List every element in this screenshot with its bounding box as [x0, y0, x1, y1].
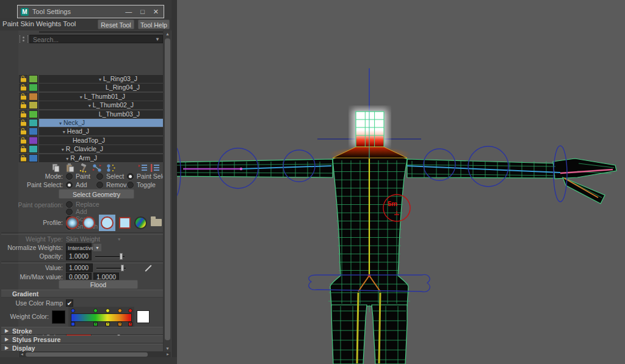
- ramp-stop[interactable]: [106, 309, 110, 313]
- lock-icon[interactable]: [19, 137, 27, 145]
- ramp-stop[interactable]: [93, 309, 98, 313]
- influence-name[interactable]: ▾R_Arm_J: [39, 154, 163, 162]
- brush-medium-icon[interactable]: [82, 216, 95, 229]
- vertical-scrollbar[interactable]: ▲ ▼: [163, 30, 171, 352]
- influence-row-L_Thumb03_J[interactable]: L_Thumb03_J: [0, 110, 172, 118]
- radio-toggle[interactable]: Toggle: [127, 181, 157, 188]
- ramp-interp-marker[interactable]: [71, 322, 75, 326]
- brush-stamp-icon[interactable]: [134, 216, 147, 229]
- influence-name[interactable]: ▾L_Thumb01_J: [39, 93, 163, 101]
- paste-weights-icon[interactable]: [65, 163, 75, 173]
- value-slider[interactable]: [96, 264, 126, 272]
- ramp-stop[interactable]: [128, 309, 132, 313]
- lock-icon[interactable]: [19, 93, 27, 101]
- influence-name[interactable]: L_Ring04_J: [39, 84, 163, 91]
- section-stroke[interactable]: ▶Stroke: [1, 327, 170, 335]
- hscroll-thumb[interactable]: [26, 352, 148, 357]
- influence-color-swatch[interactable]: [29, 137, 38, 145]
- influence-row-HeadTop_J[interactable]: HeadTop_J: [0, 137, 172, 145]
- influence-name[interactable]: HeadTop_J: [39, 137, 163, 145]
- influence-row-R_Clavicle_J[interactable]: ▾R_Clavicle_J: [0, 145, 172, 153]
- radio-paint-select[interactable]: Paint Select: [127, 173, 157, 180]
- influence-row-L_Thumb02_J[interactable]: ▾L_Thumb02_J: [0, 101, 172, 109]
- ramp-interp-marker[interactable]: ✕: [93, 322, 98, 326]
- use-color-ramp-checkbox[interactable]: ✔: [66, 299, 73, 307]
- ramp-interp-marker[interactable]: ✕: [106, 322, 110, 326]
- scroll-down-icon[interactable]: ▼: [164, 345, 172, 352]
- copy-weights-icon[interactable]: [51, 163, 61, 173]
- maximize-icon[interactable]: □: [140, 8, 145, 16]
- lock-icon[interactable]: [19, 75, 27, 83]
- opacity-field[interactable]: 1.0000: [66, 252, 92, 260]
- influence-row-L_Ring03_J[interactable]: ▾L_Ring03_J: [0, 75, 172, 83]
- lock-icon[interactable]: [19, 119, 27, 127]
- brush-soft-icon[interactable]: [66, 216, 79, 229]
- ramp-stop-handles[interactable]: [71, 307, 132, 313]
- expand-icon[interactable]: ▾: [89, 103, 91, 109]
- reset-tool-button[interactable]: Reset Tool: [98, 20, 134, 29]
- influence-name[interactable]: ▾L_Ring03_J: [39, 75, 163, 83]
- influence-color-swatch[interactable]: [29, 84, 38, 91]
- normalize-weights-select[interactable]: Interactive: [66, 243, 92, 252]
- influence-row-R_Arm_J[interactable]: ▾R_Arm_J: [0, 154, 172, 162]
- minimize-icon[interactable]: —: [125, 8, 132, 16]
- hammer-weights-icon[interactable]: [79, 163, 89, 173]
- tool-help-button[interactable]: Tool Help: [138, 20, 170, 29]
- lock-icon[interactable]: [19, 154, 27, 162]
- lock-icon[interactable]: [19, 101, 27, 109]
- influence-color-swatch[interactable]: [29, 119, 38, 127]
- radio-select[interactable]: Select: [96, 173, 127, 180]
- ramp-interp-marker[interactable]: ✕: [118, 322, 122, 326]
- horizontal-scrollbar[interactable]: ◄ ►: [19, 352, 171, 357]
- scroll-up-icon[interactable]: ▲: [164, 30, 172, 37]
- section-display[interactable]: ▶Display: [1, 344, 170, 352]
- opacity-slider[interactable]: [95, 252, 125, 260]
- scroll-left-icon[interactable]: ◄: [19, 352, 25, 357]
- ramp-interp-marker[interactable]: ✕: [128, 322, 132, 326]
- eyedropper-icon[interactable]: [144, 264, 153, 273]
- expand-icon[interactable]: ▾: [63, 129, 65, 135]
- influence-color-swatch[interactable]: [29, 93, 38, 101]
- lock-icon[interactable]: [19, 127, 27, 135]
- lock-icon[interactable]: [19, 110, 27, 118]
- value-field[interactable]: 1.0000: [66, 263, 93, 272]
- expand-icon[interactable]: ▾: [99, 77, 101, 82]
- browse-stamp-folder-icon[interactable]: [151, 219, 162, 226]
- radio-add[interactable]: Add: [66, 181, 96, 188]
- chevron-down-icon[interactable]: ▼: [93, 243, 102, 252]
- influence-row-L_Ring04_J[interactable]: L_Ring04_J: [0, 84, 172, 91]
- influence-color-swatch[interactable]: [29, 145, 38, 153]
- color-ramp-widget[interactable]: ✕✕✕✕: [68, 307, 134, 327]
- influence-name[interactable]: ▾Neck_J: [39, 119, 163, 127]
- radio-paint[interactable]: Paint: [66, 173, 96, 180]
- expand-icon[interactable]: ▾: [66, 156, 68, 162]
- influence-sort-icon[interactable]: [20, 35, 28, 43]
- ramp-gradient-bar[interactable]: [71, 313, 132, 322]
- brush-hard-icon[interactable]: [101, 216, 114, 229]
- chevron-down-icon[interactable]: ▼: [155, 35, 160, 43]
- influence-color-swatch[interactable]: [29, 110, 38, 118]
- ramp-stop[interactable]: [71, 309, 75, 313]
- influence-row-L_Thumb01_J[interactable]: ▾L_Thumb01_J: [0, 93, 172, 101]
- section-stylus-pressure[interactable]: ▶Stylus Pressure: [1, 335, 170, 343]
- expand-icon[interactable]: ▾: [62, 147, 64, 152]
- viewport-3d[interactable]: 5m: [177, 0, 625, 364]
- influence-color-swatch[interactable]: [29, 127, 38, 135]
- influence-color-swatch[interactable]: [29, 101, 38, 109]
- select-geometry-button[interactable]: Select Geometry: [59, 189, 134, 199]
- influence-color-swatch[interactable]: [29, 154, 38, 162]
- weight-color-right-swatch[interactable]: [137, 310, 150, 323]
- radio-remove[interactable]: Remove: [96, 181, 127, 188]
- influence-name[interactable]: ▾R_Clavicle_J: [39, 145, 163, 153]
- move-influence-icon[interactable]: [92, 163, 102, 173]
- lock-icon[interactable]: [19, 84, 27, 91]
- vscroll-thumb[interactable]: [165, 38, 170, 340]
- close-icon[interactable]: ✕: [153, 8, 159, 16]
- expand-icon[interactable]: ▾: [80, 95, 82, 100]
- brush-square-icon[interactable]: [119, 217, 131, 229]
- scroll-right-icon[interactable]: ►: [165, 352, 171, 357]
- influence-name[interactable]: ▾Head_J: [39, 127, 163, 135]
- sort-hierarchy-icon[interactable]: [150, 163, 160, 173]
- window-titlebar[interactable]: M Tool Settings — □ ✕: [17, 5, 164, 18]
- ramp-stop[interactable]: [118, 309, 122, 313]
